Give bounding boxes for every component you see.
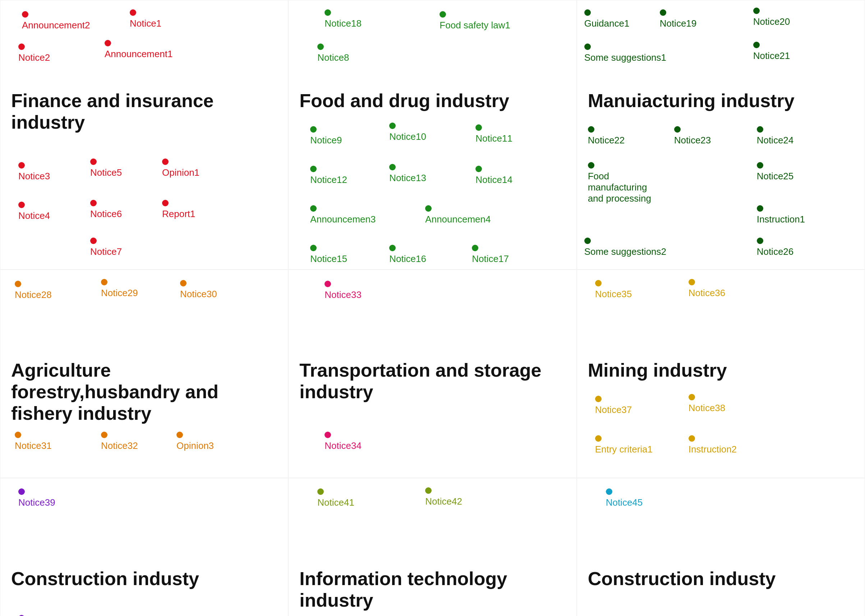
dot-manufacturing-9 (757, 162, 763, 168)
node-food-drug-9[interactable]: Announcemen3 (310, 205, 375, 225)
node-agriculture-2[interactable]: Notice30 (180, 280, 217, 300)
dot-finance-5 (90, 159, 97, 165)
dot-construction1-0 (18, 489, 25, 495)
node-mining-3[interactable]: Notice38 (689, 394, 725, 414)
dot-manufacturing-0 (584, 9, 591, 16)
node-finance-8[interactable]: Notice6 (90, 200, 122, 220)
node-manufacturing-9[interactable]: Notice25 (757, 162, 794, 182)
label-finance-9: Report1 (162, 209, 196, 220)
dot-manufacturing-12 (757, 237, 763, 244)
node-mining-0[interactable]: Notice35 (595, 280, 632, 300)
title-construction1: Construction industy (11, 568, 277, 590)
node-manufacturing-11[interactable]: Some suggestions2 (584, 237, 666, 257)
node-food-drug-13[interactable]: Notice17 (472, 245, 509, 264)
dot-construction2-0 (606, 489, 612, 495)
node-manufacturing-6[interactable]: Notice23 (674, 126, 711, 146)
node-manufacturing-7[interactable]: Notice24 (757, 126, 794, 146)
label-finance-3: Announcement1 (105, 49, 173, 60)
node-agriculture-4[interactable]: Notice32 (101, 432, 138, 451)
label-finance-8: Notice6 (90, 209, 122, 220)
node-manufacturing-12[interactable]: Notice26 (757, 237, 794, 257)
node-finance-2[interactable]: Notice2 (18, 44, 50, 63)
node-manufacturing-10[interactable]: Instruction1 (757, 205, 805, 225)
dot-food-drug-0 (325, 9, 331, 16)
label-construction1-0: Notice39 (18, 497, 55, 508)
node-food-drug-0[interactable]: Notice18 (325, 9, 361, 29)
dot-finance-3 (105, 40, 111, 46)
node-food-drug-2[interactable]: Notice8 (317, 44, 349, 63)
node-manufacturing-8[interactable]: Food manufacturing and processing (588, 162, 660, 204)
node-food-drug-11[interactable]: Notice15 (310, 245, 347, 264)
label-food-drug-13: Notice17 (472, 253, 509, 264)
node-finance-10[interactable]: Notice7 (90, 237, 122, 257)
cell-transportation: Notice33Notice34Transportation and stora… (288, 270, 576, 478)
node-finance-5[interactable]: Notice5 (90, 159, 122, 178)
label-agriculture-1: Notice29 (101, 288, 138, 299)
node-manufacturing-0[interactable]: Guidance1 (584, 9, 630, 29)
label-finance-1: Notice1 (130, 18, 161, 29)
node-manufacturing-3[interactable]: Some suggestions1 (584, 44, 666, 63)
node-food-drug-12[interactable]: Notice16 (389, 245, 426, 264)
dot-agriculture-4 (101, 432, 107, 438)
label-food-drug-1: Food safety law1 (440, 20, 510, 31)
node-food-drug-3[interactable]: Notice9 (310, 126, 342, 146)
label-manufacturing-6: Notice23 (674, 135, 711, 146)
node-infotech-1[interactable]: Notice42 (425, 487, 462, 507)
dot-food-drug-5 (476, 124, 482, 131)
node-food-drug-8[interactable]: Notice14 (476, 166, 512, 185)
dot-finance-0 (22, 11, 28, 17)
dot-manufacturing-6 (674, 126, 681, 133)
label-manufacturing-12: Notice26 (757, 246, 794, 257)
node-manufacturing-4[interactable]: Notice21 (753, 42, 790, 61)
node-construction2-0[interactable]: Notice45 (606, 489, 643, 508)
dot-mining-0 (595, 280, 601, 286)
node-manufacturing-1[interactable]: Notice19 (660, 9, 697, 29)
node-agriculture-0[interactable]: Notice28 (15, 281, 52, 300)
dot-finance-8 (90, 200, 97, 206)
node-manufacturing-5[interactable]: Notice22 (588, 126, 625, 146)
node-food-drug-4[interactable]: Notice10 (389, 123, 426, 142)
label-manufacturing-0: Guidance1 (584, 18, 630, 29)
node-food-drug-1[interactable]: Food safety law1 (440, 11, 510, 31)
node-agriculture-5[interactable]: Opinion3 (176, 432, 214, 451)
node-finance-9[interactable]: Report1 (162, 200, 196, 220)
label-construction2-0: Notice45 (606, 497, 643, 508)
dot-manufacturing-5 (588, 126, 594, 133)
label-food-drug-2: Notice8 (317, 52, 349, 63)
cell-mining: Notice35Notice36Notice37Notice38Entry cr… (577, 270, 865, 478)
node-food-drug-5[interactable]: Notice11 (476, 124, 512, 144)
dot-mining-3 (689, 394, 695, 401)
node-agriculture-1[interactable]: Notice29 (101, 279, 138, 299)
node-finance-6[interactable]: Opinion1 (162, 159, 199, 178)
node-mining-1[interactable]: Notice36 (689, 279, 725, 299)
dot-manufacturing-1 (660, 9, 666, 16)
node-manufacturing-2[interactable]: Notice20 (753, 8, 790, 27)
label-agriculture-2: Notice30 (180, 289, 217, 300)
node-food-drug-7[interactable]: Notice13 (389, 164, 426, 184)
node-finance-0[interactable]: Announcement2 (22, 11, 90, 31)
label-manufacturing-8: Food manufacturing and processing (588, 171, 660, 204)
cell-agriculture: Notice28Notice29Notice30Notice31Notice32… (0, 270, 288, 478)
node-transportation-1[interactable]: Notice34 (325, 432, 361, 451)
label-manufacturing-7: Notice24 (757, 135, 794, 146)
node-transportation-0[interactable]: Notice33 (325, 281, 361, 300)
node-finance-4[interactable]: Notice3 (18, 162, 50, 182)
label-food-drug-12: Notice16 (389, 253, 426, 264)
node-food-drug-6[interactable]: Notice12 (310, 166, 347, 185)
node-finance-7[interactable]: Notice4 (18, 202, 50, 222)
node-finance-1[interactable]: Notice1 (130, 9, 161, 29)
node-infotech-0[interactable]: Notice41 (317, 489, 354, 508)
dot-manufacturing-8 (588, 162, 594, 168)
dot-manufacturing-2 (753, 8, 760, 14)
node-finance-3[interactable]: Announcement1 (105, 40, 173, 60)
dot-food-drug-7 (389, 164, 396, 170)
dot-manufacturing-7 (757, 126, 763, 133)
node-food-drug-10[interactable]: Announcemen4 (425, 205, 491, 225)
node-agriculture-3[interactable]: Notice31 (15, 432, 52, 451)
label-food-drug-9: Announcemen3 (310, 214, 375, 225)
node-mining-5[interactable]: Instruction2 (689, 435, 737, 455)
node-mining-4[interactable]: Entry criteria1 (595, 435, 653, 455)
dot-finance-9 (162, 200, 168, 206)
node-mining-2[interactable]: Notice37 (595, 396, 632, 415)
node-construction1-0[interactable]: Notice39 (18, 489, 55, 508)
